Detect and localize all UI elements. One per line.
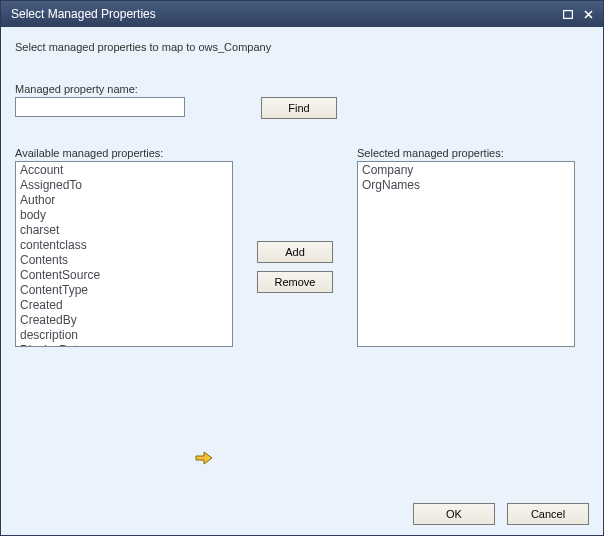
list-item[interactable]: Company — [360, 163, 572, 178]
dialog-window: Select Managed Properties Select managed… — [0, 0, 604, 536]
ok-button[interactable]: OK — [413, 503, 495, 525]
list-item[interactable]: Account — [18, 163, 230, 178]
list-item[interactable]: ContentSource — [18, 268, 230, 283]
selected-label: Selected managed properties: — [357, 147, 575, 159]
instruction-text: Select managed properties to map to ows_… — [15, 41, 589, 53]
selected-listbox[interactable]: CompanyOrgNames — [357, 161, 575, 347]
list-item[interactable]: AssignedTo — [18, 178, 230, 193]
dialog-content: Select managed properties to map to ows_… — [1, 27, 603, 535]
list-item[interactable]: contentclass — [18, 238, 230, 253]
property-name-input[interactable] — [15, 97, 185, 117]
add-button[interactable]: Add — [257, 241, 333, 263]
list-item[interactable]: DisplayDate — [18, 343, 230, 347]
remove-button[interactable]: Remove — [257, 271, 333, 293]
list-item[interactable]: charset — [18, 223, 230, 238]
cancel-button[interactable]: Cancel — [507, 503, 589, 525]
arrow-right-icon — [195, 451, 213, 465]
list-item[interactable]: Created — [18, 298, 230, 313]
available-label: Available managed properties: — [15, 147, 233, 159]
search-label: Managed property name: — [15, 83, 589, 95]
svg-rect-0 — [564, 10, 573, 18]
list-item[interactable]: Contents — [18, 253, 230, 268]
list-item[interactable]: body — [18, 208, 230, 223]
close-icon[interactable] — [579, 6, 597, 22]
titlebar: Select Managed Properties — [1, 1, 603, 27]
list-item[interactable]: OrgNames — [360, 178, 572, 193]
available-listbox[interactable]: AccountAssignedToAuthorbodycharsetconten… — [15, 161, 233, 347]
list-item[interactable]: Author — [18, 193, 230, 208]
list-item[interactable]: description — [18, 328, 230, 343]
maximize-icon[interactable] — [559, 6, 577, 22]
find-button[interactable]: Find — [261, 97, 337, 119]
list-item[interactable]: CreatedBy — [18, 313, 230, 328]
list-item[interactable]: ContentType — [18, 283, 230, 298]
window-title: Select Managed Properties — [11, 7, 557, 21]
